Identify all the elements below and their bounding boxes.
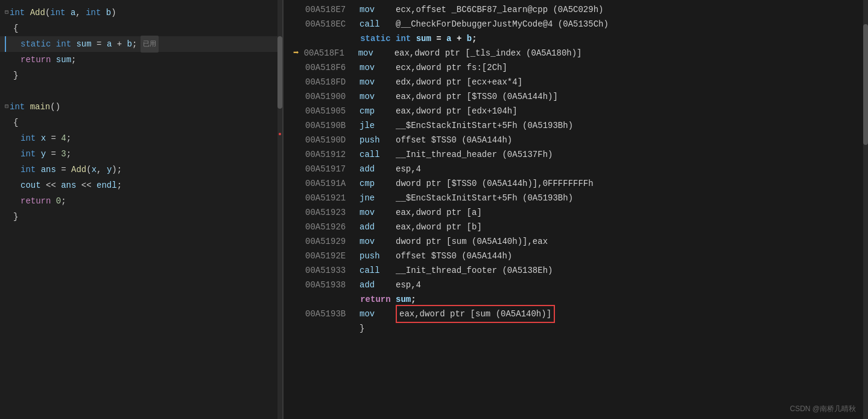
disasm-line-93b: 00A5193B mov eax,dword ptr [sum (0A5A140… [284, 307, 868, 321]
disasm-line-912: 00A51912 call __Init_thread_header (0A51… [284, 147, 868, 162]
code-line-int-y: int y = 3 ; [0, 146, 282, 162]
disasm-line-current: ➡ 00A518F1 mov eax,dword ptr [_tls_index… [284, 46, 868, 60]
disasm-line-f6: 00A518F6 mov ecx,dword ptr fs:[2Ch] [284, 60, 868, 75]
left-scrollbar-thumb[interactable] [277, 36, 282, 109]
code-line-add-close: } [0, 68, 282, 83]
code-line-int-x: int x = 4 ; [0, 130, 282, 146]
disasm-line-900: 00A51900 mov eax,dword ptr [$TSS0 (0A5A1… [284, 89, 868, 104]
source-code-area: ⊟ int Add ( int a , int b ) { static int [0, 0, 282, 229]
kw-int-main: int [10, 99, 25, 115]
code-line-cout: cout << ans << endl ; [0, 178, 282, 193]
right-scrollbar[interactable] [863, 0, 868, 419]
disasm-line-921: 00A51921 jne __$EncStackInitStart+5Fh (0… [284, 191, 868, 205]
code-line-static-sum: static int sum = a + b ; 已用 [0, 36, 282, 52]
disassembly-panel: 00A518E7 mov ecx,offset _BC6CBF87_learn@… [284, 0, 868, 419]
collapse-icon[interactable]: ⊟ [5, 5, 8, 21]
disasm-line-0: 00A518E7 mov ecx,offset _BC6CBF87_learn@… [284, 2, 868, 17]
disasm-line-90b: 00A5190B jle __$EncStackInitStart+5Fh (0… [284, 118, 868, 133]
fn-add: Add [30, 5, 45, 21]
scrollbar-dot [279, 133, 281, 135]
disasm-line-923: 00A51923 mov eax,dword ptr [a] [284, 205, 868, 220]
disasm-area: 00A518E7 mov ecx,offset _BC6CBF87_learn@… [284, 2, 868, 336]
disasm-line-926: 00A51926 add eax,dword ptr [b] [284, 220, 868, 234]
code-line-main-close: } [0, 209, 282, 225]
code-line-add-open: { [0, 21, 282, 36]
source-code-panel: ⊟ int Add ( int a , int b ) { static int [0, 0, 284, 419]
right-scrollbar-thumb[interactable] [863, 24, 868, 145]
disasm-line-fd: 00A518FD mov edx,dword ptr [ecx+eax*4] [284, 75, 868, 89]
disasm-line-917: 00A51917 add esp,4 [284, 162, 868, 176]
code-line-int-ans: int ans = Add ( x , y ); [0, 162, 282, 178]
collapse-icon-main[interactable]: ⊟ [5, 99, 8, 115]
disasm-line-close-brace: } [284, 321, 868, 336]
current-arrow-icon: ➡ [293, 46, 299, 60]
disasm-line-929: 00A51929 mov dword ptr [sum (0A5A140h)],… [284, 234, 868, 249]
disasm-line-92e: 00A5192E push offset $TSS0 (0A5A144h) [284, 249, 868, 263]
watermark: CSDN @南桥几晴秋 [790, 404, 856, 414]
disasm-line-905: 00A51905 cmp eax,dword ptr [edx+104h] [284, 104, 868, 118]
disasm-source-static-sum: static int sum = a + b; [284, 31, 868, 46]
code-line-return-sum: return sum ; [0, 52, 282, 68]
disasm-line-90d: 00A5190D push offset $TSS0 (0A5A144h) [284, 133, 868, 147]
disasm-line-933: 00A51933 call __Init_thread_footer (0A51… [284, 263, 868, 278]
code-line-return-0: return 0 ; [0, 193, 282, 209]
disasm-line-1: 00A518EC call @__CheckForDebuggerJustMyC… [284, 17, 868, 31]
code-line-add-head: ⊟ int Add ( int a , int b ) [0, 5, 282, 21]
code-line-blank1 [0, 83, 282, 99]
kw-int-add: int [10, 5, 25, 21]
disasm-line-91a: 00A5191A cmp dword ptr [$TSS0 (0A5A144h)… [284, 176, 868, 191]
fn-main: main [30, 99, 51, 115]
disasm-line-938: 00A51938 add esp,4 [284, 278, 868, 292]
code-line-main-open: { [0, 115, 282, 130]
left-scrollbar[interactable] [277, 0, 282, 419]
disasm-source-return-sum: return sum; [284, 292, 868, 307]
code-line-main-head: ⊟ int main () [0, 99, 282, 115]
used-badge: 已用 [141, 36, 159, 53]
